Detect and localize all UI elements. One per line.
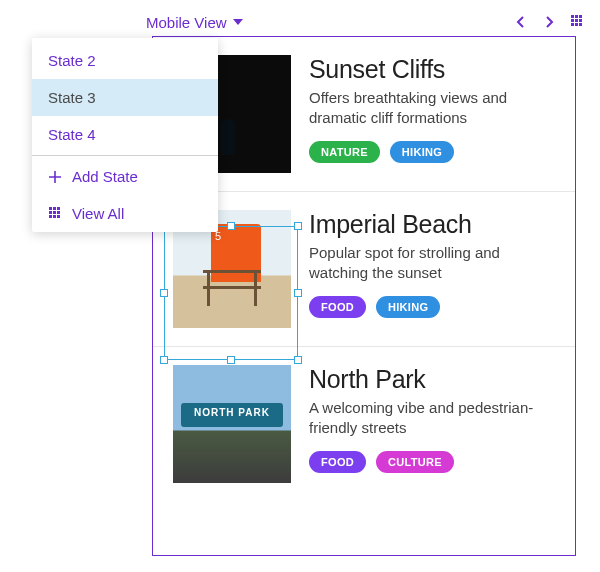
card-title: Imperial Beach (309, 210, 559, 239)
card-body: North Park A welcoming vibe and pedestri… (309, 365, 559, 483)
grid-view-button[interactable] (570, 14, 586, 30)
tag[interactable]: FOOD (309, 451, 366, 473)
list-item[interactable]: NORTH PARK North Park A welcoming vibe a… (153, 347, 575, 501)
view-all-button[interactable]: View All (32, 195, 218, 232)
thumbnail-sign-text: NORTH PARK (173, 407, 291, 418)
state-option[interactable]: State 3 (32, 79, 218, 116)
card-body: Imperial Beach Popular spot for strollin… (309, 210, 559, 328)
tag[interactable]: HIKING (376, 296, 440, 318)
tag[interactable]: CULTURE (376, 451, 454, 473)
view-mode-label: Mobile View (146, 14, 227, 31)
next-button[interactable] (542, 15, 556, 29)
grid-icon (48, 207, 62, 221)
state-option-label: State 2 (48, 52, 96, 69)
tag-row: FOOD CULTURE (309, 451, 559, 473)
add-state-label: Add State (72, 168, 138, 185)
card-description: Popular spot for strolling and watching … (309, 243, 559, 284)
state-option[interactable]: State 2 (32, 42, 218, 79)
plus-icon (48, 170, 62, 184)
add-state-button[interactable]: Add State (32, 158, 218, 195)
card-title: Sunset Cliffs (309, 55, 559, 84)
state-dropdown: State 2 State 3 State 4 Add State View A… (32, 38, 218, 232)
tag-row: NATURE HIKING (309, 141, 559, 163)
toolbar-right (514, 14, 586, 30)
tag-row: FOOD HIKING (309, 296, 559, 318)
caret-down-icon (233, 19, 243, 25)
view-mode-dropdown-trigger[interactable]: Mobile View (146, 14, 243, 31)
tag[interactable]: NATURE (309, 141, 380, 163)
card-description: A welcoming vibe and pedestrian-friendly… (309, 398, 559, 439)
card-title: North Park (309, 365, 559, 394)
card-description: Offers breathtaking views and dramatic c… (309, 88, 559, 129)
view-all-label: View All (72, 205, 124, 222)
tag[interactable]: HIKING (390, 141, 454, 163)
dropdown-separator (32, 155, 218, 156)
state-option[interactable]: State 4 (32, 116, 218, 153)
tag[interactable]: FOOD (309, 296, 366, 318)
state-option-label: State 3 (48, 89, 96, 106)
state-option-label: State 4 (48, 126, 96, 143)
card-thumbnail: NORTH PARK (173, 365, 291, 483)
prev-button[interactable] (514, 15, 528, 29)
toolbar: Mobile View (0, 8, 600, 36)
card-body: Sunset Cliffs Offers breathtaking views … (309, 55, 559, 173)
